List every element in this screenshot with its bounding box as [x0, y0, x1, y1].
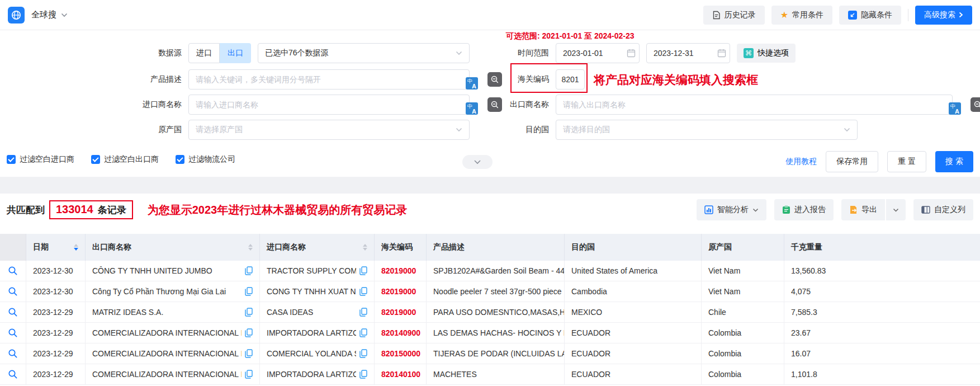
header-hs-code: 海关编码	[375, 234, 427, 261]
copy-icon[interactable]	[245, 308, 253, 317]
chevron-down-icon[interactable]	[61, 13, 68, 17]
collapse-form-toggle[interactable]	[462, 155, 493, 169]
hs-code-input[interactable]	[556, 69, 585, 90]
collapse-icon	[848, 11, 857, 20]
header-destination: 目的国	[565, 234, 702, 261]
ai-analysis-button[interactable]: 智能分析	[697, 199, 766, 220]
copy-icon[interactable]	[245, 328, 253, 337]
cell-exporter: MATRIZ IDEAS S.A.	[86, 302, 260, 322]
custom-columns-button[interactable]: 自定义列	[913, 199, 973, 220]
history-icon	[712, 11, 721, 20]
advanced-search-button[interactable]: 高级搜索	[915, 6, 972, 25]
row-detail-button[interactable]	[0, 323, 26, 343]
row-detail-button[interactable]	[0, 281, 26, 302]
export-dropdown-button[interactable]	[886, 199, 906, 220]
table-row: 2023-12-30 Công Ty Cổ Phần Thương Mại Gi…	[0, 281, 980, 302]
table-row: 2023-12-29 COMERCIALIZADORA INTERNACIONA…	[0, 323, 980, 343]
copy-icon[interactable]	[245, 266, 253, 275]
cell-destination: ECUADOR	[565, 323, 702, 343]
checkbox-checked-icon	[176, 155, 184, 164]
checkbox-checked-icon	[7, 155, 16, 164]
copy-icon[interactable]	[359, 349, 367, 358]
export-button[interactable]: 导出	[841, 199, 885, 220]
copy-icon[interactable]	[359, 287, 367, 296]
filter-blank-importer-checkbox[interactable]: 过滤空白进口商	[7, 154, 74, 164]
cell-importer: CONG TY TNHH XUAT NH	[260, 281, 375, 302]
results-annotation: 为您显示2023年进行过林木器械贸易的所有贸易记录	[148, 203, 408, 218]
header-detail-col	[0, 234, 26, 261]
copy-icon[interactable]	[245, 370, 253, 379]
app-logo	[8, 7, 25, 23]
cell-weight: 16.07	[784, 343, 980, 364]
copy-icon[interactable]	[359, 266, 367, 275]
cell-hs-code[interactable]: 820140900	[375, 323, 427, 343]
sort-icon[interactable]	[248, 244, 253, 251]
chevron-down-icon	[893, 208, 899, 212]
cell-weight: 23.67	[784, 323, 980, 343]
cell-origin: Colombia	[702, 343, 784, 364]
origin-country-label: 原产国	[0, 125, 182, 135]
favorites-button[interactable]: ★ 常用条件	[771, 6, 832, 25]
copy-icon[interactable]	[245, 349, 253, 358]
row-detail-button[interactable]	[0, 343, 26, 364]
cell-exporter: COMERCIALIZADORA INTERNACIONAL INVE	[86, 323, 260, 343]
search-button[interactable]: 搜 索	[935, 151, 973, 172]
header-importer[interactable]: 进口商名称	[260, 234, 375, 261]
table-header: 日期 出口商名称 进口商名称 海关编码 产品描述 目的国 原产国 千克重量	[0, 234, 980, 261]
cell-hs-code[interactable]: 82019000	[375, 281, 427, 302]
reset-button[interactable]: 重 置	[887, 151, 926, 172]
exporter-input[interactable]	[556, 95, 953, 115]
history-button[interactable]: 历史记录	[703, 6, 765, 25]
checkbox-checked-icon	[91, 155, 100, 164]
header-exporter[interactable]: 出口商名称	[86, 234, 260, 261]
cell-product: MACHETES	[427, 364, 565, 384]
chevron-down-icon	[752, 208, 759, 212]
cell-hs-code[interactable]: 82019000	[375, 302, 427, 322]
importer-label: 进口商名称	[0, 100, 182, 110]
row-detail-button[interactable]	[0, 302, 26, 322]
hide-conditions-button[interactable]: 隐藏条件	[839, 6, 901, 25]
magnifier-icon	[8, 349, 18, 359]
start-date-picker[interactable]	[556, 43, 640, 63]
translate-icon[interactable]: 中A	[949, 102, 961, 115]
copy-icon[interactable]	[359, 370, 367, 379]
dest-country-select[interactable]: 请选择目的国	[556, 120, 858, 140]
export-tab[interactable]: 出口	[220, 43, 251, 63]
enter-report-button[interactable]: 进入报告	[774, 199, 834, 220]
report-icon	[782, 205, 790, 214]
cell-hs-code[interactable]: 82019000	[375, 261, 427, 281]
match-count-highlight-box: 133014 条记录	[49, 200, 133, 219]
cell-hs-code[interactable]: 820140100	[375, 364, 427, 384]
cell-exporter: COMERCIALIZADORA INTERNACIONAL INVE	[86, 364, 260, 384]
sort-icon[interactable]	[74, 244, 78, 251]
copy-icon[interactable]	[359, 328, 367, 337]
cell-destination: MEXICO	[565, 302, 702, 322]
sort-icon[interactable]	[363, 244, 367, 251]
cell-product: SPJB1202A#&Garden Soil Beam - 440	[427, 261, 565, 281]
quick-options-button[interactable]: ⌘ 快捷选项	[737, 44, 796, 63]
end-date-picker[interactable]	[646, 43, 730, 63]
table-row: 2023-12-29 COMERCIALIZADORA INTERNACIONA…	[0, 364, 980, 385]
copy-icon[interactable]	[245, 287, 253, 296]
exact-match-icon[interactable]	[970, 97, 980, 112]
data-source-label: 数据源	[0, 48, 182, 58]
save-common-button[interactable]: 保存常用	[826, 151, 878, 172]
dest-country-label: 目的国	[391, 125, 549, 135]
filter-checkbox-row: 过滤空白进口商 过滤空白出口商 过滤物流公司	[7, 154, 235, 164]
section-divider	[0, 177, 980, 194]
cell-hs-code[interactable]: 820150000	[375, 343, 427, 364]
row-detail-button[interactable]	[0, 364, 26, 384]
table-row: 2023-12-29 COMERCIALIZADORA INTERNACIONA…	[0, 343, 980, 364]
filter-blank-exporter-checkbox[interactable]: 过滤空白出口商	[91, 154, 159, 164]
hs-code-annotation: 将产品对应海关编码填入搜索框	[594, 72, 758, 88]
import-tab[interactable]: 进口	[188, 43, 220, 63]
results-table: 日期 出口商名称 进口商名称 海关编码 产品描述 目的国 原产国 千克重量	[0, 234, 980, 386]
row-detail-button[interactable]	[0, 261, 26, 281]
cell-destination: ECUADOR	[565, 364, 702, 384]
cell-destination: United States of America	[565, 261, 702, 281]
header-date[interactable]: 日期	[26, 234, 86, 261]
filter-logistics-checkbox[interactable]: 过滤物流公司	[176, 154, 235, 164]
copy-icon[interactable]	[359, 308, 367, 317]
cell-product: Noodle peeler 7 steel 37gr-500 piece	[427, 281, 565, 302]
tutorial-link[interactable]: 使用教程	[785, 157, 817, 167]
